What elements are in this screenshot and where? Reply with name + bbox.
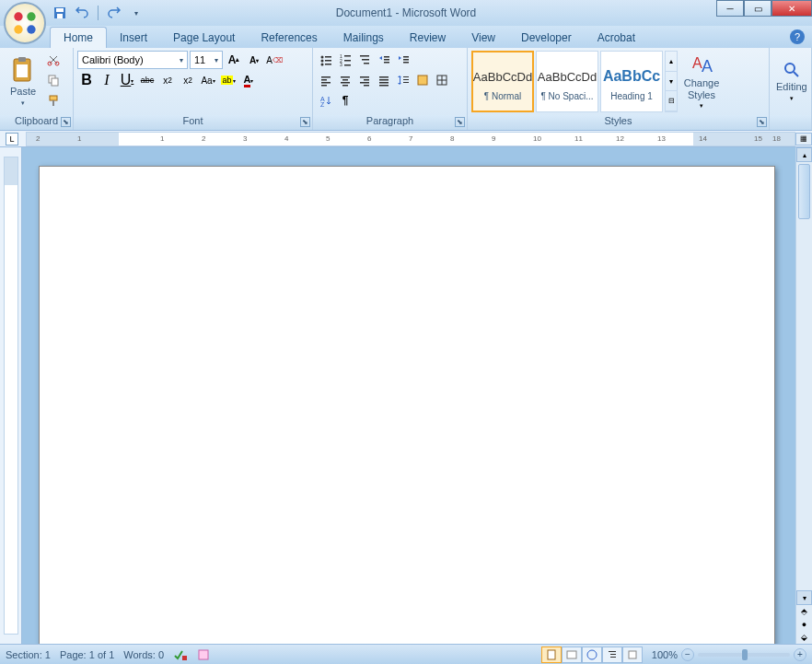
- full-screen-view[interactable]: [562, 647, 582, 663]
- tab-mailings[interactable]: Mailings: [331, 28, 397, 48]
- web-layout-view[interactable]: [582, 647, 602, 663]
- clear-format-icon[interactable]: A⌫: [265, 51, 284, 69]
- underline-button[interactable]: U▾: [118, 71, 136, 89]
- status-words[interactable]: Words: 0: [123, 649, 164, 660]
- zoom-slider[interactable]: [698, 653, 790, 657]
- borders-icon[interactable]: [433, 71, 451, 89]
- scroll-down-icon[interactable]: ▾: [796, 590, 812, 605]
- scroll-thumb[interactable]: [798, 164, 810, 219]
- line-spacing-icon[interactable]: [394, 71, 412, 89]
- tab-selector[interactable]: L: [6, 133, 18, 146]
- copy-icon[interactable]: [44, 71, 63, 89]
- svg-point-71: [587, 650, 597, 659]
- font-launcher[interactable]: ⬊: [300, 117, 310, 127]
- tab-home[interactable]: Home: [50, 27, 107, 48]
- ruler-toggle-icon[interactable]: ▦: [795, 133, 812, 146]
- svg-text:Z: Z: [320, 101, 325, 107]
- ruler-vertical[interactable]: [0, 147, 22, 644]
- view-buttons: [541, 647, 643, 663]
- multilevel-icon[interactable]: [355, 51, 374, 69]
- vertical-scrollbar[interactable]: ▴ ▾ ⬘ ● ⬙: [795, 147, 812, 644]
- increase-indent-icon[interactable]: [394, 51, 412, 69]
- numbering-icon[interactable]: 123: [336, 51, 354, 69]
- macro-record-icon[interactable]: [197, 648, 210, 661]
- style-no-spacing[interactable]: AaBbCcDd¶ No Spaci...: [536, 51, 598, 112]
- page-viewport[interactable]: [22, 147, 795, 644]
- font-color-button[interactable]: A▾: [239, 71, 258, 89]
- tab-view[interactable]: View: [458, 28, 508, 48]
- tab-references[interactable]: References: [248, 28, 330, 48]
- font-size-combo[interactable]: 11▾: [190, 51, 223, 69]
- subscript-button[interactable]: x2: [158, 71, 177, 89]
- draft-view[interactable]: [622, 647, 643, 663]
- ruler-track[interactable]: 211234567891011121314151718: [26, 132, 795, 146]
- tab-insert[interactable]: Insert: [107, 28, 160, 48]
- ruler-horizontal[interactable]: L 211234567891011121314151718 ▦: [0, 131, 812, 147]
- change-styles-button[interactable]: AA Change Styles▾: [679, 51, 724, 112]
- bold-button[interactable]: B: [77, 71, 96, 89]
- spell-check-icon[interactable]: [173, 648, 188, 661]
- align-left-icon[interactable]: [317, 71, 335, 89]
- help-button[interactable]: ?: [790, 29, 805, 44]
- font-name-combo[interactable]: Calibri (Body)▾: [77, 51, 188, 69]
- tab-developer[interactable]: Developer: [508, 28, 585, 48]
- qat-customize-icon[interactable]: ▾: [128, 5, 145, 21]
- paste-label: Paste: [10, 86, 36, 97]
- bullets-icon[interactable]: [317, 51, 335, 69]
- svg-rect-53: [400, 77, 400, 83]
- justify-icon[interactable]: [375, 71, 393, 89]
- italic-button[interactable]: I: [98, 71, 116, 89]
- browse-object-icon[interactable]: ●: [796, 618, 812, 631]
- tab-review[interactable]: Review: [397, 28, 458, 48]
- status-section[interactable]: Section: 1: [6, 649, 51, 660]
- styles-launcher[interactable]: ⬊: [757, 117, 767, 127]
- strike-button[interactable]: abc: [138, 71, 157, 89]
- svg-rect-73: [610, 654, 616, 655]
- tab-acrobat[interactable]: Acrobat: [585, 28, 648, 48]
- shading-icon[interactable]: [413, 71, 432, 89]
- highlight-button[interactable]: ab▾: [219, 71, 238, 89]
- styles-label: Styles⬊: [468, 115, 769, 130]
- maximize-button[interactable]: ▭: [744, 0, 771, 17]
- zoom-out-button[interactable]: −: [681, 648, 694, 661]
- grow-font-icon[interactable]: A▴: [225, 51, 243, 69]
- style-normal[interactable]: AaBbCcDd¶ Normal: [471, 51, 534, 112]
- svg-rect-19: [325, 60, 331, 62]
- status-page[interactable]: Page: 1 of 1: [60, 649, 114, 660]
- sort-icon[interactable]: AZ: [317, 91, 335, 110]
- svg-rect-67: [182, 656, 187, 660]
- undo-icon[interactable]: [74, 5, 90, 21]
- shrink-font-icon[interactable]: A▾: [245, 51, 263, 69]
- scroll-up-icon[interactable]: ▴: [796, 147, 812, 162]
- align-right-icon[interactable]: [355, 71, 374, 89]
- superscript-button[interactable]: x2: [179, 71, 197, 89]
- redo-icon[interactable]: [106, 5, 122, 21]
- svg-rect-14: [50, 96, 57, 100]
- cut-icon[interactable]: [44, 51, 63, 69]
- style-heading-1[interactable]: AaBbCcHeading 1: [600, 51, 663, 112]
- close-button[interactable]: ✕: [771, 0, 812, 17]
- align-center-icon[interactable]: [336, 71, 354, 89]
- change-case-button[interactable]: Aa▾: [199, 71, 217, 89]
- save-icon[interactable]: [52, 5, 68, 21]
- outline-view[interactable]: [602, 647, 622, 663]
- office-button[interactable]: [4, 2, 46, 44]
- tab-page-layout[interactable]: Page Layout: [160, 28, 248, 48]
- style-scroll[interactable]: ▴▾⊟: [665, 51, 678, 112]
- zoom-in-button[interactable]: +: [794, 648, 806, 661]
- svg-rect-15: [52, 100, 54, 106]
- decrease-indent-icon[interactable]: [375, 51, 393, 69]
- zoom-level[interactable]: 100%: [652, 649, 678, 660]
- prev-page-icon[interactable]: ⬘: [796, 605, 812, 618]
- minimize-button[interactable]: ─: [716, 0, 744, 17]
- print-layout-view[interactable]: [541, 647, 562, 663]
- clipboard-launcher[interactable]: ⬊: [61, 117, 71, 127]
- show-marks-icon[interactable]: ¶: [336, 91, 354, 110]
- paste-button[interactable]: Paste ▾: [4, 51, 42, 112]
- paragraph-launcher[interactable]: ⬊: [455, 117, 465, 127]
- format-painter-icon[interactable]: [44, 91, 63, 110]
- page[interactable]: [39, 166, 775, 644]
- next-page-icon[interactable]: ⬙: [796, 631, 812, 644]
- svg-rect-40: [321, 85, 327, 87]
- editing-button[interactable]: Editing▾: [773, 51, 810, 112]
